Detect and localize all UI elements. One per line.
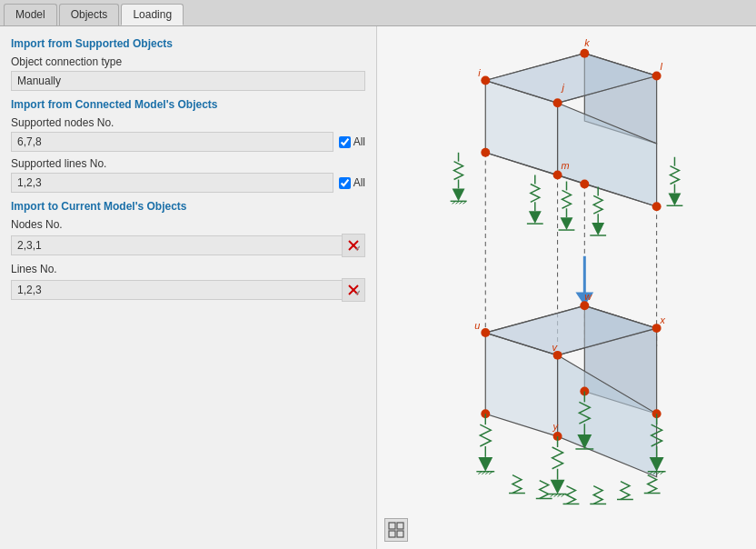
tab-objects[interactable]: Objects [59, 4, 120, 25]
zoom-icon [388, 522, 404, 538]
supported-lines-all-label[interactable]: All [339, 176, 365, 189]
lines-no-label: Lines No. [11, 263, 365, 275]
3d-view-svg: j k l i m u v w [377, 26, 756, 549]
svg-point-24 [580, 49, 589, 58]
svg-point-23 [481, 76, 490, 85]
clear-icon [347, 239, 360, 252]
supported-nodes-row: All [11, 132, 365, 152]
nodes-clear-button[interactable] [342, 234, 365, 257]
svg-text:u: u [474, 320, 480, 331]
supported-lines-all-checkbox[interactable] [339, 177, 351, 189]
tab-loading[interactable]: Loading [121, 4, 184, 25]
svg-text:m: m [562, 160, 570, 171]
supported-lines-label: Supported lines No. [11, 157, 365, 170]
supported-lines-row: All [11, 173, 365, 193]
svg-text:w: w [584, 291, 592, 302]
svg-point-37 [580, 301, 589, 310]
svg-marker-87 [529, 211, 542, 224]
section1-title: Import from Supported Objects [11, 37, 365, 50]
svg-marker-51 [478, 457, 492, 472]
content-area: Import from Supported Objects Object con… [0, 26, 756, 549]
lines-no-input[interactable] [11, 280, 342, 300]
supported-nodes-all-label[interactable]: All [339, 135, 365, 148]
supported-lines-input[interactable] [11, 173, 333, 193]
lines-clear-button[interactable] [342, 278, 365, 302]
supported-nodes-label: Supported nodes No. [11, 116, 365, 129]
svg-rect-108 [397, 523, 403, 529]
svg-text:x: x [660, 314, 666, 325]
svg-point-26 [553, 98, 562, 107]
lines-no-row [11, 278, 365, 302]
main-container: Model Objects Loading Import from Suppor… [0, 0, 756, 549]
svg-text:i: i [478, 67, 481, 78]
viewport: j k l i m u v w [377, 26, 756, 549]
svg-marker-95 [592, 223, 604, 235]
svg-text:v: v [552, 342, 558, 353]
left-panel: Import from Supported Objects Object con… [0, 26, 377, 549]
svg-marker-99 [669, 193, 681, 205]
svg-point-36 [481, 328, 490, 337]
svg-point-25 [652, 72, 662, 81]
nodes-no-row [11, 234, 365, 257]
svg-point-30 [580, 180, 589, 189]
supported-nodes-all-checkbox[interactable] [339, 136, 351, 148]
section3-title: Import to Current Model's Objects [11, 200, 365, 213]
svg-point-29 [652, 202, 662, 211]
svg-marker-79 [453, 188, 465, 201]
object-connection-type-label: Object connection type [11, 55, 365, 68]
nodes-no-label: Nodes No. [11, 218, 365, 231]
svg-marker-91 [561, 217, 573, 230]
clear-icon-lines [347, 284, 360, 296]
svg-point-28 [553, 171, 562, 180]
svg-rect-109 [389, 531, 395, 537]
nodes-no-input[interactable] [11, 235, 342, 255]
svg-text:l: l [661, 61, 663, 72]
svg-rect-110 [397, 531, 403, 537]
svg-marker-67 [551, 480, 565, 494]
tabs-bar: Model Objects Loading [0, 0, 756, 26]
svg-rect-107 [389, 523, 395, 529]
svg-text:k: k [584, 37, 590, 48]
tab-model[interactable]: Model [4, 4, 57, 25]
object-connection-type-select[interactable]: Manually [11, 71, 365, 91]
section2-title: Import from Connected Model's Objects [11, 98, 365, 111]
supported-nodes-input[interactable] [11, 132, 333, 152]
svg-point-27 [481, 148, 490, 157]
right-panel: j k l i m u v w [377, 26, 756, 549]
svg-text:y: y [552, 421, 559, 432]
zoom-button[interactable] [384, 518, 408, 542]
